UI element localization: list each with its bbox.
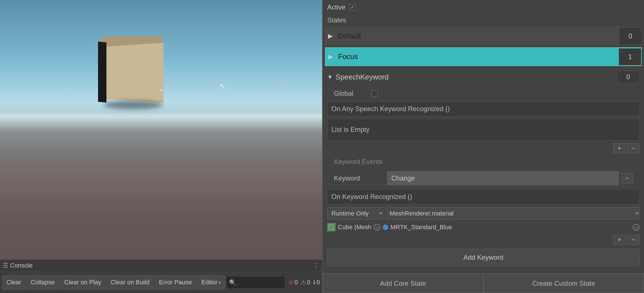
console-toolbar: Clear Collapse Clear on Play Clear on Bu… bbox=[0, 272, 322, 293]
viewport-center-dot bbox=[160, 89, 162, 91]
bottom-buttons: Add Core State Create Custom State bbox=[323, 273, 644, 293]
keyword-add-minus-row: + − bbox=[323, 233, 644, 247]
keyword-remove-btn[interactable]: − bbox=[622, 173, 633, 183]
states-label: States bbox=[323, 15, 644, 26]
speech-keyword-remove-btn[interactable]: − bbox=[627, 143, 640, 153]
editor-btn[interactable]: Editor ▾ bbox=[197, 275, 225, 289]
info-count-value: 0 bbox=[317, 279, 320, 286]
speech-keyword-add-remove: + − bbox=[323, 142, 644, 155]
editor-label: Editor bbox=[201, 279, 217, 286]
add-core-state-btn[interactable]: Add Core State bbox=[323, 274, 483, 293]
error-icon: ⊗ bbox=[289, 279, 293, 286]
runtime-row: Runtime Only MeshRenderer.material bbox=[323, 205, 644, 221]
keyword-events-label: Keyword Events bbox=[323, 155, 644, 168]
error-count: ⊗ 0 bbox=[289, 279, 298, 286]
editor-dropdown-arrow: ▾ bbox=[218, 280, 221, 285]
create-custom-state-btn[interactable]: Create Custom State bbox=[483, 274, 644, 293]
state-name-default: Default bbox=[336, 27, 619, 45]
on-keyword-row: On Keyword Recognized () bbox=[327, 189, 640, 204]
cube-front-face bbox=[106, 43, 164, 103]
warning-icon: ⚠ bbox=[301, 279, 306, 286]
info-count: ℹ 0 bbox=[313, 279, 320, 286]
speech-keyword-event-row: On Any Speech Keyword Recognized () bbox=[327, 101, 640, 116]
log-counts: ⊗ 0 ⚠ 0 ℹ 0 bbox=[289, 279, 320, 286]
checkmark-icon: ✓ bbox=[350, 4, 355, 10]
warning-count-value: 0 bbox=[307, 279, 310, 286]
clear-btn[interactable]: Clear bbox=[2, 275, 25, 289]
state-value-focus: 1 bbox=[619, 48, 641, 65]
search-input[interactable] bbox=[238, 279, 282, 286]
global-property-row: Global bbox=[323, 87, 644, 100]
state-arrow-default: ▶ bbox=[325, 32, 336, 40]
state-arrow-focus: ▶ bbox=[326, 53, 336, 60]
speech-keyword-add-btn[interactable]: + bbox=[613, 143, 626, 153]
list-empty-row: List is Empty bbox=[327, 119, 640, 140]
state-row-default[interactable]: ▶ Default 0 bbox=[325, 27, 642, 45]
warning-count: ⚠ 0 bbox=[301, 279, 310, 286]
collapse-btn[interactable]: Collapse bbox=[27, 275, 59, 289]
add-keyword-btn[interactable]: Add Keyword bbox=[327, 249, 640, 266]
object-target-icon[interactable]: ◎ bbox=[374, 224, 380, 231]
material-target-icon[interactable]: ◎ bbox=[633, 224, 640, 231]
speech-keyword-event-label: On Any Speech Keyword Recognized () bbox=[331, 105, 450, 112]
active-label: Active bbox=[327, 3, 345, 11]
main-area: ↖ Active ✓ States ▶ Default 0 ▶ Focus 1 bbox=[0, 0, 644, 293]
mesh-renderer-select[interactable]: MeshRenderer.material bbox=[385, 207, 640, 220]
keyword-row: Keyword Change − bbox=[323, 168, 644, 188]
info-icon: ℹ bbox=[313, 279, 315, 286]
clear-on-play-btn[interactable]: Clear on Play bbox=[60, 275, 105, 289]
material-dot bbox=[383, 224, 388, 230]
state-name-focus: Focus bbox=[336, 48, 619, 65]
console-area: ☰ Console ⋮ Clear Collapse Clear on Play… bbox=[0, 259, 322, 293]
active-row: Active ✓ bbox=[323, 0, 644, 15]
inspector-panel: Active ✓ States ▶ Default 0 ▶ Focus 1 ▼ … bbox=[322, 0, 644, 293]
global-label: Global bbox=[334, 90, 368, 97]
scene-canvas[interactable]: ↖ bbox=[0, 0, 322, 293]
state-value-default: 0 bbox=[619, 28, 641, 44]
cube-left-face bbox=[98, 42, 106, 103]
console-title: Console bbox=[10, 262, 33, 269]
keyword-entry-remove-btn[interactable]: − bbox=[627, 235, 640, 245]
console-list-icon: ☰ bbox=[3, 262, 8, 269]
scene-view: ↖ bbox=[0, 0, 322, 293]
on-keyword-label: On Keyword Recognized () bbox=[331, 193, 412, 200]
mouse-cursor: ↖ bbox=[220, 83, 225, 89]
active-checkbox[interactable]: ✓ bbox=[349, 4, 355, 10]
error-pause-btn[interactable]: Error Pause bbox=[155, 275, 196, 289]
console-header: ☰ Console ⋮ bbox=[0, 260, 322, 272]
clear-on-build-btn[interactable]: Clear on Build bbox=[106, 275, 154, 289]
object-name-text: Cube (Mesh bbox=[338, 224, 371, 231]
error-count-value: 0 bbox=[294, 279, 298, 286]
keyword-value-text: Change bbox=[391, 174, 415, 182]
global-checkbox[interactable] bbox=[371, 90, 378, 97]
speech-keyword-arrow: ▼ bbox=[327, 74, 333, 80]
console-menu-icon[interactable]: ⋮ bbox=[313, 262, 319, 269]
speech-keyword-title: SpeechKeyword bbox=[336, 73, 614, 81]
cube-shadow bbox=[104, 101, 162, 109]
speech-keyword-value: 0 bbox=[617, 71, 640, 83]
search-box: 🔍 bbox=[226, 276, 285, 289]
speech-keyword-header[interactable]: ▼ SpeechKeyword 0 bbox=[323, 67, 644, 87]
state-row-focus[interactable]: ▶ Focus 1 bbox=[325, 47, 642, 66]
object-row: Cube (Mesh ◎ MRTK_Standard_Blue ◎ bbox=[323, 221, 644, 233]
svg-line-1 bbox=[329, 225, 334, 230]
runtime-select[interactable]: Runtime Only bbox=[327, 207, 383, 220]
search-icon: 🔍 bbox=[229, 279, 236, 286]
keyword-value-box[interactable]: Change bbox=[387, 171, 619, 185]
cube-object bbox=[98, 36, 162, 98]
keyword-entry-add-btn[interactable]: + bbox=[613, 235, 626, 245]
keyword-field-label: Keyword bbox=[334, 174, 384, 182]
list-empty-text: List is Empty bbox=[331, 126, 369, 133]
material-name-text: MRTK_Standard_Blue bbox=[390, 224, 631, 231]
object-icon bbox=[327, 223, 336, 231]
material-row: MRTK_Standard_Blue ◎ bbox=[383, 224, 640, 231]
